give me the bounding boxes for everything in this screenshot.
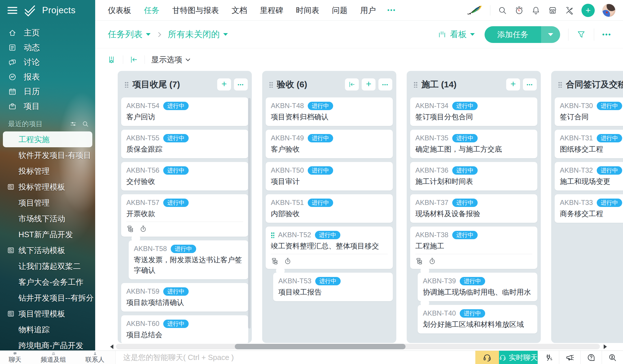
sidebar-item-reports[interactable]: 报表	[0, 69, 95, 84]
sidebar-project-item[interactable]: 项目管理	[0, 195, 95, 211]
topbar-tab-milestones[interactable]: 里程碑	[260, 5, 283, 16]
task-card[interactable]: AKBN-T39 进行中 协调施工现场临时用电、临时用水	[418, 273, 537, 301]
column-more-button[interactable]: •••	[378, 78, 392, 90]
sidebar-project-item[interactable]: 软件开发项目-有项目	[0, 147, 95, 163]
tools-icon[interactable]	[565, 6, 574, 15]
topbar-tab-docs[interactable]: 文档	[232, 5, 247, 16]
messenger-tab-contacts[interactable]: 联系人	[85, 352, 104, 364]
task-card[interactable]: AKBN-T52 进行中 竣工资料整理汇总、整体项目移交	[266, 227, 393, 269]
zoom-level-icon[interactable]	[602, 351, 623, 364]
task-card[interactable]: AKBN-T55 进行中 质保金跟踪	[121, 130, 248, 158]
column-more-button[interactable]: •••	[523, 78, 537, 90]
display-options-dropdown[interactable]: 显示选项	[151, 54, 189, 65]
collapse-column-button[interactable]	[345, 78, 359, 90]
sidebar-project-item[interactable]: 物料追踪	[0, 322, 95, 337]
project-search-icon[interactable]	[82, 120, 89, 127]
add-task-split-button[interactable]: 添加任务	[485, 26, 560, 43]
scroll-right-arrow[interactable]	[604, 344, 607, 349]
task-card[interactable]: AKBN-T30 进行中 签订合同	[555, 97, 623, 126]
topbar-more-tabs[interactable]: •••	[387, 7, 396, 14]
messenger-tab-chat[interactable]: 聊天	[9, 352, 21, 364]
collapse-all-columns-icon[interactable]	[130, 55, 138, 64]
messenger-tab-channels[interactable]: 频道及组	[41, 352, 66, 364]
smart-chat-input[interactable]	[115, 351, 475, 364]
timer-icon[interactable]	[428, 257, 436, 265]
sidebar-project-item[interactable]: 线下活动模板	[0, 242, 95, 258]
task-card[interactable]: AKBN-T54 进行中 客户回访	[121, 97, 248, 126]
sidebar-item-calendar[interactable]: 日历	[0, 84, 95, 99]
task-card[interactable]: AKBN-T49 进行中 客户验收	[266, 130, 393, 158]
column-more-button[interactable]: •••	[234, 78, 248, 90]
task-card[interactable]: AKBN-T36 进行中 施工计划和时间表	[410, 162, 537, 191]
sidebar-project-item[interactable]: 让我们荡起双桨二	[0, 258, 95, 274]
live-chat-button[interactable]: 实时聊天	[499, 351, 538, 364]
create-new-button[interactable]: +	[581, 4, 595, 17]
topbar-tab-tasks[interactable]: 任务	[144, 5, 159, 16]
timer-icon[interactable]	[139, 225, 147, 233]
add-card-button[interactable]: +	[362, 78, 376, 90]
task-card[interactable]: AKBN-T58 进行中 寄送发票，附发票送达书让客户签字确认	[129, 240, 248, 279]
view-switcher-dropdown[interactable]: 看板	[450, 29, 475, 40]
sidebar-project-item[interactable]: 投标管理	[0, 163, 95, 179]
column-scrollbar-thumb[interactable]	[248, 98, 251, 329]
subtasks-icon[interactable]	[126, 225, 134, 233]
column-drag-handle[interactable]	[125, 81, 128, 88]
sidebar-item-discussion[interactable]: 讨论	[0, 55, 95, 69]
task-card[interactable]: AKBN-T37 进行中 现场材料及设备报验	[410, 194, 537, 223]
topbar-tab-users[interactable]: 用户	[360, 5, 376, 16]
task-card[interactable]: AKBN-T35 进行中 确定施工图，与施工方交底	[410, 130, 537, 158]
task-card[interactable]: AKBN-T51 进行中 内部验收	[266, 194, 393, 223]
topbar-tab-issues[interactable]: 问题	[332, 5, 348, 16]
task-card[interactable]: AKBN-T34 进行中 签订项目分包合同	[410, 97, 537, 126]
sidebar-project-item[interactable]: 投标管理模板	[0, 179, 95, 195]
task-card[interactable]: AKBN-T48 进行中 项目资料归档确认	[266, 97, 393, 126]
task-card[interactable]: AKBN-T32 进行中 施工和现场变更	[555, 162, 623, 191]
scroll-left-arrow[interactable]	[110, 344, 113, 349]
topbar-tab-timesheet[interactable]: 时间表	[296, 5, 319, 16]
task-card[interactable]: AKBN-T31 进行中 图纸移交工程	[555, 130, 623, 158]
hamburger-menu-icon[interactable]	[7, 7, 17, 14]
column-drag-handle[interactable]	[558, 81, 562, 88]
add-task-button[interactable]: 添加任务	[485, 26, 541, 43]
more-actions-button[interactable]: •••	[602, 31, 611, 38]
subtasks-icon[interactable]	[415, 257, 423, 265]
sidebar-project-item[interactable]: 市场线下活动	[0, 211, 95, 227]
search-icon[interactable]	[498, 6, 507, 15]
add-task-dropdown-arrow[interactable]	[541, 26, 560, 43]
task-card[interactable]: AKBN-T59 进行中 项目款项结清确认	[121, 283, 248, 312]
app-store-icon[interactable]	[548, 6, 557, 15]
task-list-dropdown[interactable]: 任务列表	[108, 29, 151, 40]
project-filter-sliders-icon[interactable]	[70, 120, 77, 127]
task-card[interactable]: AKBN-T40 进行中 划分好施工区域和材料堆放区域	[418, 305, 537, 333]
support-chat-button[interactable]	[475, 351, 499, 364]
scrollbar-track[interactable]	[116, 344, 600, 349]
sidebar-project-item[interactable]: HST新产品开发	[0, 227, 95, 242]
sidebar-project-item[interactable]: 钻井开发项目--有拆分	[0, 290, 95, 306]
alarm-clock-icon[interactable]	[515, 6, 524, 15]
column-drag-handle[interactable]	[414, 81, 417, 88]
sidebar-item-activity[interactable]: 动态	[0, 40, 95, 55]
scrollbar-thumb[interactable]	[235, 344, 406, 349]
task-card[interactable]: AKBN-T56 进行中 交付验收	[121, 162, 248, 191]
signature-pen-icon[interactable]	[466, 4, 483, 16]
sidebar-project-item[interactable]: 项目管理模板	[0, 306, 95, 322]
board-settings-icon[interactable]	[108, 55, 117, 64]
sidebar-project-item[interactable]: 工程实施	[3, 131, 92, 147]
user-avatar[interactable]	[602, 4, 616, 17]
sidebar-item-projects[interactable]: 项目	[0, 99, 95, 114]
task-card[interactable]: AKBN-T50 进行中 项目审计	[266, 162, 393, 191]
sidebar-project-item[interactable]: 客户大会-会务工作	[0, 274, 95, 290]
column-drag-handle[interactable]	[269, 81, 273, 88]
task-card[interactable]: AKBN-T38 进行中 工程施工	[410, 227, 537, 269]
task-card[interactable]: AKBN-T57 进行中 开票收款	[121, 194, 248, 237]
task-card[interactable]: AKBN-T60 进行中 项目总结会	[121, 315, 248, 343]
announcements-megaphone-icon[interactable]	[559, 351, 580, 364]
task-card[interactable]: AKBN-T53 进行中 项目竣工报告	[273, 273, 393, 301]
add-card-button[interactable]: +	[506, 78, 520, 90]
connection-plug-icon[interactable]	[538, 351, 559, 364]
timer-icon[interactable]	[284, 257, 292, 265]
topbar-tab-dashboard[interactable]: 仪表板	[108, 5, 131, 16]
task-card[interactable]: AKBN-T33 进行中 商务移交工程	[555, 194, 623, 223]
notifications-bell-icon[interactable]	[531, 6, 541, 15]
subtasks-icon[interactable]	[271, 257, 279, 265]
